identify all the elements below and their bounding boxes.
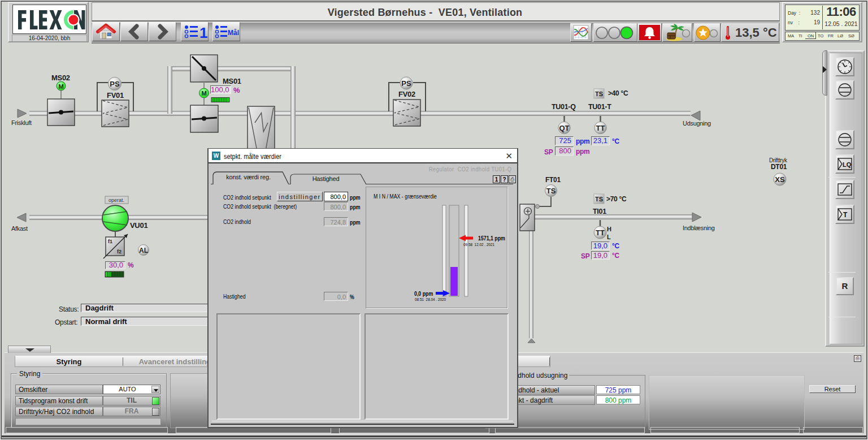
svg-text:M: M	[58, 83, 63, 90]
svg-text:PS: PS	[401, 79, 411, 88]
svg-text:M: M	[201, 90, 206, 97]
svg-text:T: T	[843, 211, 848, 219]
svg-text:operat.: operat.	[108, 197, 124, 203]
svg-text:TS: TS	[595, 90, 603, 97]
svg-text:f2: f2	[117, 249, 121, 254]
svg-text:AL: AL	[139, 247, 148, 254]
svg-text:TS: TS	[546, 187, 556, 195]
svg-text:TS: TS	[595, 196, 603, 202]
svg-text:LQ: LQ	[843, 161, 852, 168]
svg-text:f1: f1	[108, 239, 112, 244]
svg-text:QT: QT	[559, 124, 569, 132]
svg-text:XS: XS	[775, 175, 785, 184]
svg-text:TT: TT	[596, 228, 605, 237]
svg-text:TT: TT	[596, 124, 605, 132]
svg-text:PS: PS	[110, 80, 120, 88]
